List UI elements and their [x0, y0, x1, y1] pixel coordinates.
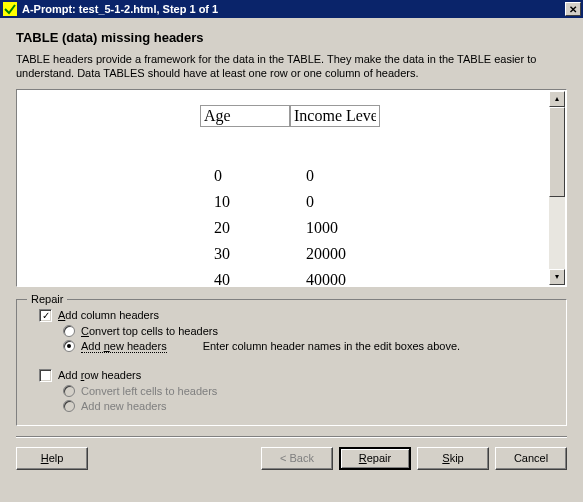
scroll-up-icon[interactable]: ▴: [549, 91, 565, 107]
app-icon: [2, 1, 18, 17]
add-new-headers-row-radio: Add new headers: [63, 400, 556, 412]
cell: 0: [306, 167, 426, 185]
convert-top-cells-radio[interactable]: Convert top cells to headersConvert top …: [63, 325, 556, 337]
cell: 1000: [306, 219, 426, 237]
help-button[interactable]: HelpHelp: [16, 447, 88, 470]
hint-text: Enter column header names in the edit bo…: [203, 340, 460, 352]
column-header-input-1[interactable]: [200, 105, 290, 127]
radio-icon: [63, 340, 75, 352]
radio-icon: [63, 400, 75, 412]
radio-icon: [63, 325, 75, 337]
scroll-down-icon[interactable]: ▾: [549, 269, 565, 285]
back-button: < Back: [261, 447, 333, 470]
repair-legend: Repair: [27, 293, 67, 305]
title-bar: A-Prompt: test_5-1-2.html, Step 1 of 1 ✕: [0, 0, 583, 18]
radio-icon: [63, 385, 75, 397]
page-description: TABLE headers provide a framework for th…: [16, 53, 567, 81]
table-row: 0 0: [214, 167, 549, 193]
page-title: TABLE (data) missing headers: [16, 30, 567, 45]
table-row: 10 0: [214, 193, 549, 219]
cell: 20: [214, 219, 306, 237]
scroll-track[interactable]: [549, 107, 565, 269]
window-title: A-Prompt: test_5-1-2.html, Step 1 of 1: [22, 3, 565, 15]
cell: 20000: [306, 245, 426, 263]
cell: 0: [214, 167, 306, 185]
scroll-thumb[interactable]: [549, 107, 565, 197]
checkbox-icon: ✓: [39, 309, 52, 322]
skip-button[interactable]: SkipSkip: [417, 447, 489, 470]
vertical-scrollbar[interactable]: ▴ ▾: [549, 91, 565, 285]
cell: 0: [306, 193, 426, 211]
cell: 10: [214, 193, 306, 211]
convert-left-cells-radio: Convert left cells to headers: [63, 385, 556, 397]
cell: 40: [214, 271, 306, 285]
cancel-button[interactable]: Cancel: [495, 447, 567, 470]
table-row: 20 1000: [214, 219, 549, 245]
repair-button[interactable]: RepairRepair: [339, 447, 411, 470]
checkbox-icon: [39, 369, 52, 382]
add-column-headers-checkbox[interactable]: ✓ AAdd column headersdd column headers: [39, 309, 556, 322]
cell: 40000: [306, 271, 426, 285]
add-new-headers-radio[interactable]: Add new headersAdd new headers Enter col…: [63, 340, 556, 353]
add-row-headers-checkbox[interactable]: Add row headersAdd row headers: [39, 369, 556, 382]
repair-group: Repair ✓ AAdd column headersdd column he…: [16, 299, 567, 426]
table-preview: 0 0 10 0 20 1000 30 20000 40 40000 ▴: [16, 89, 567, 287]
cell: 30: [214, 245, 306, 263]
table-row: 30 20000: [214, 245, 549, 271]
radio-label: Add new headers: [81, 400, 167, 412]
table-row: 40 40000: [214, 271, 549, 285]
radio-label: Convert left cells to headers: [81, 385, 217, 397]
close-button[interactable]: ✕: [565, 2, 581, 16]
button-bar: HelpHelp < Back RepairRepair SkipSkip Ca…: [16, 436, 567, 470]
column-header-input-2[interactable]: [290, 105, 380, 127]
